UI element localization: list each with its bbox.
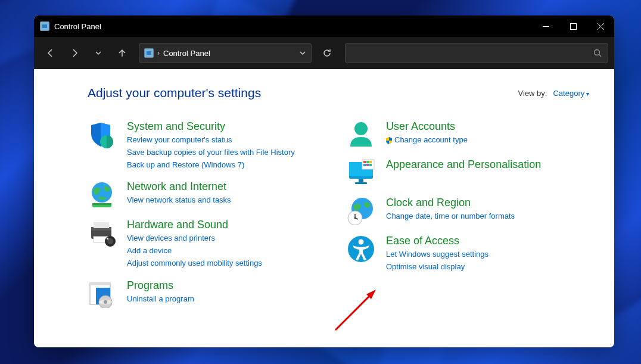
svg-rect-16 xyxy=(107,238,108,239)
category-user-accounts: User Accounts Change account type xyxy=(347,120,589,149)
category-title[interactable]: Hardware and Sound xyxy=(127,219,330,231)
category-clock-region: Clock and Region Change date, time or nu… xyxy=(347,197,589,225)
svg-point-4 xyxy=(595,50,600,55)
category-title[interactable]: Ease of Access xyxy=(386,235,589,247)
content-area: Adjust your computer's settings View by:… xyxy=(34,69,614,347)
svg-rect-1 xyxy=(570,23,576,29)
category-title[interactable]: Appearance and Personalisation xyxy=(386,158,589,171)
task-link[interactable]: Back up and Restore (Windows 7) xyxy=(127,159,330,172)
category-title[interactable]: System and Security xyxy=(127,120,330,133)
category-title[interactable]: Network and Internet xyxy=(127,181,330,193)
programs-icon xyxy=(88,279,116,308)
address-text: Control Panel xyxy=(163,49,210,58)
search-icon xyxy=(593,49,602,57)
user-icon xyxy=(347,120,375,149)
accessibility-icon xyxy=(347,235,375,263)
svg-rect-32 xyxy=(369,161,372,163)
svg-point-41 xyxy=(354,217,356,219)
globe-icon xyxy=(88,181,116,209)
titlebar: Control Panel xyxy=(34,15,614,37)
minimize-button[interactable] xyxy=(532,15,559,37)
control-panel-icon xyxy=(144,48,154,58)
category-title[interactable]: User Accounts xyxy=(386,120,589,133)
svg-rect-9 xyxy=(92,203,111,205)
printer-icon xyxy=(88,219,116,247)
control-panel-window: Control Panel › Control Panel Adjust you… xyxy=(34,15,614,347)
svg-line-5 xyxy=(599,55,602,57)
category-system-security: System and Security Review your computer… xyxy=(88,120,330,171)
view-by-dropdown[interactable]: Category xyxy=(553,89,589,98)
svg-rect-18 xyxy=(90,283,110,285)
svg-rect-28 xyxy=(355,182,367,184)
task-link[interactable]: Let Windows suggest settings xyxy=(386,248,589,261)
task-link[interactable]: View network status and tasks xyxy=(127,194,330,207)
address-bar[interactable]: › Control Panel xyxy=(139,43,312,63)
category-appearance: Appearance and Personalisation xyxy=(347,158,589,187)
svg-rect-35 xyxy=(369,164,372,166)
control-panel-icon xyxy=(40,21,49,31)
task-link[interactable]: Add a device xyxy=(127,245,330,257)
right-column: User Accounts Change account type Appear… xyxy=(347,120,589,318)
task-link[interactable]: Review your computer's status xyxy=(127,134,330,147)
category-network: Network and Internet View network status… xyxy=(88,181,330,209)
categories-grid: System and Security Review your computer… xyxy=(88,120,589,318)
task-link[interactable]: Save backup copies of your files with Fi… xyxy=(127,147,330,159)
window-title: Control Panel xyxy=(54,22,101,31)
svg-point-24 xyxy=(354,122,368,135)
maximize-button[interactable] xyxy=(559,15,587,37)
svg-rect-34 xyxy=(366,164,369,166)
task-link[interactable]: Uninstall a program xyxy=(127,293,330,306)
toolbar: › Control Panel xyxy=(34,37,614,69)
task-link[interactable]: Optimise visual display xyxy=(386,261,589,273)
task-link[interactable]: View devices and printers xyxy=(127,232,330,245)
svg-rect-30 xyxy=(363,161,366,163)
close-button[interactable] xyxy=(587,15,614,37)
svg-point-43 xyxy=(359,239,364,245)
chevron-down-icon[interactable] xyxy=(299,49,306,57)
shield-icon xyxy=(88,120,116,149)
svg-rect-31 xyxy=(366,161,369,163)
chevron-right-icon: › xyxy=(157,49,160,57)
monitor-icon xyxy=(347,158,375,187)
search-box[interactable] xyxy=(345,43,608,63)
task-link[interactable]: Change account type xyxy=(386,134,589,147)
forward-button[interactable] xyxy=(64,42,85,64)
left-column: System and Security Review your computer… xyxy=(88,120,330,318)
category-hardware: Hardware and Sound View devices and prin… xyxy=(88,219,330,269)
task-link[interactable]: Adjust commonly used mobility settings xyxy=(127,257,330,270)
category-programs: Programs Uninstall a program xyxy=(88,279,330,308)
uac-shield-icon xyxy=(386,137,392,144)
page-title: Adjust your computer's settings xyxy=(88,86,261,100)
svg-point-23 xyxy=(104,300,107,304)
recent-button[interactable] xyxy=(88,42,109,64)
view-by-label: View by: xyxy=(518,89,547,98)
svg-rect-12 xyxy=(94,222,109,228)
category-ease-of-access: Ease of Access Let Windows suggest setti… xyxy=(347,235,589,273)
svg-rect-33 xyxy=(363,164,366,166)
content-header: Adjust your computer's settings View by:… xyxy=(88,86,589,100)
up-button[interactable] xyxy=(111,42,133,64)
task-link[interactable]: Change date, time or number formats xyxy=(386,210,589,223)
clock-globe-icon xyxy=(347,197,375,225)
refresh-button[interactable] xyxy=(316,42,338,64)
category-title[interactable]: Programs xyxy=(127,279,330,292)
category-title[interactable]: Clock and Region xyxy=(386,197,589,209)
back-button[interactable] xyxy=(40,42,61,64)
svg-rect-27 xyxy=(359,179,363,182)
